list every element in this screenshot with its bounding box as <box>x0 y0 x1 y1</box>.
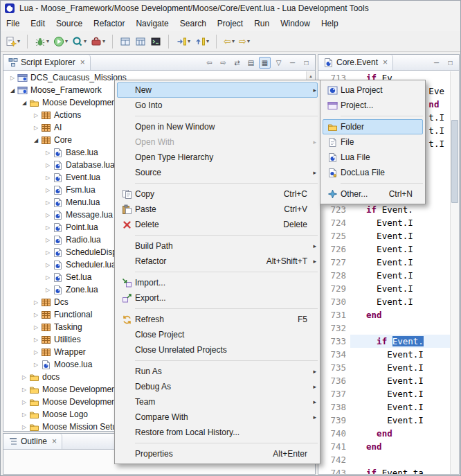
code-line-740[interactable]: 740 end <box>318 427 450 440</box>
back-button[interactable]: ⇦▾ <box>222 33 237 50</box>
view-menu-icon[interactable]: ▽ <box>273 57 284 69</box>
code-line-725[interactable]: 725 Event.I <box>318 229 450 243</box>
collapsed-tree-arrow-icon[interactable]: ▷ <box>31 349 41 355</box>
context-menu-item-properties[interactable]: PropertiesAlt+Enter <box>117 446 318 461</box>
context-menu-item-run-as[interactable]: Run As▸ <box>117 364 318 379</box>
context-menu-item-close-project[interactable]: Close Project <box>117 327 318 342</box>
context-menu-item-new[interactable]: New▸ <box>117 82 318 98</box>
context-menu-item-paste[interactable]: PasteCtrl+V <box>117 202 318 217</box>
code-line-731[interactable]: 731 end <box>318 308 450 321</box>
code-line-723[interactable]: 723 if Event. <box>318 203 450 216</box>
context-menu-item-close-unrelated-projects[interactable]: Close Unrelated Projects <box>117 342 318 358</box>
code-line-739[interactable]: 739 Event.I <box>318 414 450 427</box>
new-wizard-button[interactable]: ▾ <box>3 33 22 50</box>
tab-script-explorer[interactable]: Script Explorer × <box>3 55 91 70</box>
context-menu-item-delete[interactable]: DeleteDelete <box>117 217 318 232</box>
code-line-732[interactable]: 732 <box>318 321 450 335</box>
collapsed-tree-arrow-icon[interactable]: ▷ <box>43 237 53 243</box>
context-menu-item-refactor[interactable]: RefactorAlt+Shift+T▸ <box>117 254 318 269</box>
collapsed-tree-arrow-icon[interactable]: ▷ <box>19 412 29 418</box>
code-line-727[interactable]: 727 Event.I <box>318 256 450 269</box>
code-line-737[interactable]: 737 Event.I <box>318 387 450 400</box>
menubar-item-help[interactable]: Help <box>316 17 344 30</box>
collapsed-tree-arrow-icon[interactable]: ▷ <box>31 337 41 343</box>
context-menu-item-open-in-new-window[interactable]: Open in New Window <box>117 119 318 134</box>
collapsed-tree-arrow-icon[interactable]: ▷ <box>31 112 41 118</box>
context-menu-item-restore-from-local-history[interactable]: Restore from Local History... <box>117 425 318 440</box>
tab-outline[interactable]: Outline × <box>3 434 62 449</box>
collapsed-tree-arrow-icon[interactable]: ▷ <box>43 224 53 231</box>
profile-button[interactable]: ▾ <box>70 33 89 50</box>
code-line-728[interactable]: 728 Event.I <box>318 269 450 282</box>
collapsed-tree-arrow-icon[interactable]: ▷ <box>19 399 29 405</box>
scrollbar-thumb[interactable] <box>451 120 458 203</box>
forward-button[interactable]: ⇨▾ <box>237 33 252 50</box>
code-line-741[interactable]: 741 end <box>318 440 450 453</box>
layout-flat-icon[interactable]: ▤ <box>245 57 257 69</box>
expanded-tree-arrow-icon[interactable]: ◢ <box>31 137 41 143</box>
context-menu-item-team[interactable]: Team▸ <box>117 394 318 409</box>
tab-core-event[interactable]: Core.Event × <box>318 55 393 70</box>
context-menu-item-go-into[interactable]: Go Into <box>117 98 318 113</box>
collapsed-tree-arrow-icon[interactable]: ▷ <box>43 187 53 193</box>
menubar-item-navigate[interactable]: Navigate <box>130 17 174 30</box>
collapsed-tree-arrow-icon[interactable]: ▷ <box>8 75 17 81</box>
new-submenu-item-folder[interactable]: Folder <box>323 119 423 134</box>
code-line-742[interactable]: 742 <box>318 453 450 466</box>
collapsed-tree-arrow-icon[interactable]: ▷ <box>43 162 53 168</box>
code-line-724[interactable]: 724 Event.I <box>318 216 450 229</box>
menubar-item-file[interactable]: File <box>1 17 25 30</box>
forward-icon[interactable]: ⇨ <box>217 57 229 69</box>
collapsed-tree-arrow-icon[interactable]: ▷ <box>43 262 53 268</box>
code-line-730[interactable]: 730 Event.I <box>318 295 450 308</box>
expanded-tree-arrow-icon[interactable]: ◢ <box>19 100 29 106</box>
expanded-tree-arrow-icon[interactable]: ◢ <box>8 87 17 94</box>
new-submenu-item-other[interactable]: Other...Ctrl+N <box>323 186 423 202</box>
context-menu-item-open-type-hierarchy[interactable]: Open Type Hierarchy <box>117 150 318 165</box>
menubar-item-window[interactable]: Window <box>275 17 316 30</box>
collapsed-tree-arrow-icon[interactable]: ▷ <box>43 175 53 181</box>
debug-button[interactable]: ▾ <box>33 33 51 50</box>
code-line-733[interactable]: 733 if Event. <box>318 335 450 348</box>
collapsed-tree-arrow-icon[interactable]: ▷ <box>31 299 41 306</box>
collapsed-tree-arrow-icon[interactable]: ▷ <box>43 249 53 256</box>
close-icon[interactable]: × <box>80 58 85 67</box>
run-button[interactable]: ▾ <box>51 33 70 50</box>
layout-hier-icon[interactable]: ▦ <box>259 57 271 69</box>
back-icon[interactable]: ⇦ <box>204 57 215 69</box>
menubar-item-run[interactable]: Run <box>248 17 275 30</box>
collapsed-tree-arrow-icon[interactable]: ▷ <box>43 150 53 156</box>
link-editor-icon[interactable]: ⇄ <box>231 57 243 69</box>
minimize-icon[interactable]: ─ <box>431 57 442 69</box>
new-table-button[interactable] <box>118 33 133 50</box>
collapsed-tree-arrow-icon[interactable]: ▷ <box>19 424 29 430</box>
maximize-icon[interactable]: □ <box>444 57 456 69</box>
collapsed-tree-arrow-icon[interactable]: ▷ <box>19 387 29 393</box>
code-line-734[interactable]: 734 Event.I <box>318 348 450 361</box>
external-tools-button[interactable]: ▾ <box>89 33 107 50</box>
context-menu-item-export[interactable]: Export... <box>117 290 318 306</box>
open-element-button[interactable] <box>133 33 148 50</box>
maximize-icon[interactable]: □ <box>300 57 312 69</box>
menubar-item-source[interactable]: Source <box>51 17 88 30</box>
collapsed-tree-arrow-icon[interactable]: ▷ <box>31 125 41 131</box>
code-line-735[interactable]: 735 Event.I <box>318 361 450 374</box>
editor-scrollbar[interactable] <box>450 71 459 474</box>
new-submenu-item-doclua-file[interactable]: DocLua File <box>323 165 423 180</box>
new-submenu-item-lua-project[interactable]: Lua Project <box>323 82 423 98</box>
new-submenu-item-lua-file[interactable]: Lua File <box>323 150 423 165</box>
minimize-icon[interactable]: ─ <box>287 57 298 69</box>
new-submenu-item-project[interactable]: Project... <box>323 98 423 113</box>
last-edit-location-button[interactable]: ▾ <box>174 33 192 50</box>
collapsed-tree-arrow-icon[interactable]: ▷ <box>31 312 41 318</box>
code-line-729[interactable]: 729 Event.I <box>318 282 450 295</box>
menubar-item-refactor[interactable]: Refactor <box>88 17 130 30</box>
code-line-736[interactable]: 736 Event.I <box>318 374 450 387</box>
code-line-743[interactable]: 743 if Event.ta <box>318 466 450 474</box>
collapsed-tree-arrow-icon[interactable]: ▷ <box>31 362 41 368</box>
code-line-726[interactable]: 726 Event.I <box>318 243 450 256</box>
context-menu-item-debug-as[interactable]: Debug As▸ <box>117 379 318 394</box>
context-menu-item-source[interactable]: Source▸ <box>117 165 318 180</box>
collapsed-tree-arrow-icon[interactable]: ▷ <box>31 324 41 330</box>
menubar-item-edit[interactable]: Edit <box>25 17 51 30</box>
